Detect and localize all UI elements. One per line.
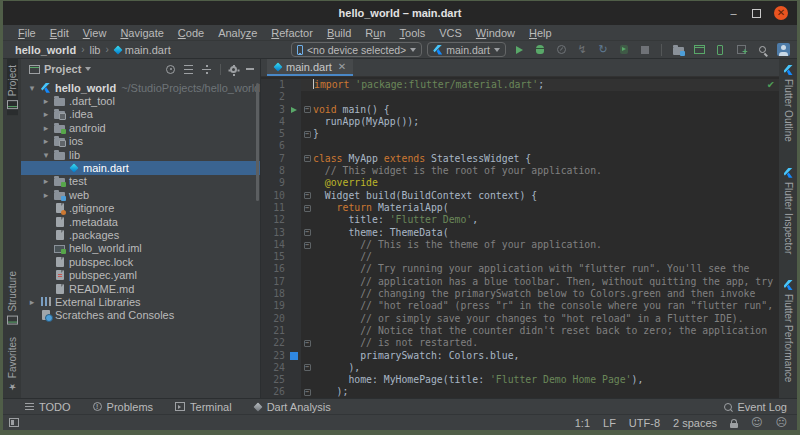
line-number[interactable]: 21 (261, 325, 287, 337)
tree-item-pubspec.yaml[interactable]: pubspec.yaml (21, 268, 260, 281)
feedback-smile-icon[interactable]: ☺ (751, 417, 762, 428)
chevron-down-icon[interactable]: ▾ (26, 83, 38, 93)
tree-item-External Libraries[interactable]: ▸External Libraries (21, 295, 260, 308)
inspection-ok-icon[interactable]: ✔ (767, 79, 774, 91)
fold-marker-icon[interactable]: − (304, 131, 311, 138)
flutter-attach-button[interactable] (616, 42, 632, 57)
code-line-16[interactable]: 16 // Try running your application with … (261, 263, 779, 275)
hot-reload-button[interactable]: ↯ (574, 42, 590, 57)
minimize-button[interactable]: – (728, 8, 739, 18)
feedback-frown-icon[interactable]: ☹ (776, 417, 787, 428)
chevron-right-icon[interactable]: ▸ (40, 190, 52, 200)
toolwindow-button-todo[interactable]: TODO (25, 401, 71, 413)
line-number[interactable]: 20 (261, 313, 287, 325)
hot-restart-button[interactable]: ↻ (595, 42, 611, 57)
sidebar-item-structure[interactable]: Structure (7, 265, 18, 331)
tree-item-Scratches and Consoles[interactable]: Scratches and Consoles (21, 309, 260, 322)
code-editor[interactable]: ✔ 1import 'package:flutter/material.dart… (261, 77, 779, 398)
code-line-8[interactable]: 8 // This widget is the root of your app… (261, 165, 779, 177)
sdk-manager-button[interactable] (733, 42, 749, 57)
fold-marker-icon[interactable]: − (304, 364, 311, 371)
menu-item-edit[interactable]: Edit (43, 27, 76, 39)
expand-all-icon[interactable] (184, 65, 193, 74)
fold-marker-icon[interactable]: − (304, 192, 311, 199)
line-number[interactable]: 23 (261, 350, 287, 362)
chevron-right-icon[interactable]: ▸ (40, 176, 52, 186)
fold-marker-icon[interactable]: − (304, 205, 311, 212)
chevron-down-icon[interactable]: ▾ (40, 150, 52, 160)
line-number[interactable]: 16 (261, 263, 287, 275)
menu-item-view[interactable]: View (76, 27, 114, 39)
line-number[interactable]: 12 (261, 214, 287, 226)
code-line-2[interactable]: 2 (261, 91, 779, 103)
menu-item-navigate[interactable]: Navigate (113, 27, 170, 39)
line-number[interactable]: 6 (261, 140, 287, 152)
close-button[interactable]: ✕ (774, 6, 788, 20)
tree-item-hello_world.iml[interactable]: hello_world.iml (21, 242, 260, 255)
run-button[interactable] (511, 42, 527, 57)
toolwindow-switcher-icon[interactable] (9, 418, 19, 427)
code-line-15[interactable]: 15 // (261, 251, 779, 263)
tree-item-hello_world[interactable]: ▾hello_world~/StudioProjects/hello_world (21, 81, 260, 94)
run-main-gutter-icon[interactable] (291, 107, 297, 113)
project-structure-button[interactable] (670, 42, 686, 57)
code-line-10[interactable]: 10− Widget build(BuildContext context) { (261, 190, 779, 202)
line-number[interactable]: 13 (261, 227, 287, 239)
code-line-4[interactable]: 4 runApp(MyApp()); (261, 116, 779, 128)
tree-item-.dart_tool[interactable]: ▸.dart_tool (21, 94, 260, 107)
fold-marker-icon[interactable]: − (304, 155, 311, 162)
line-ending[interactable]: LF (603, 417, 616, 429)
menu-item-build[interactable]: Build (320, 27, 358, 39)
search-everywhere-button[interactable] (754, 42, 770, 57)
code-line-12[interactable]: 12 title: 'Flutter Demo', (261, 214, 779, 226)
line-number[interactable]: 11 (261, 202, 287, 214)
code-line-19[interactable]: 19 // "hot reload" (press "r" in the con… (261, 300, 779, 312)
chevron-right-icon[interactable]: ▸ (40, 96, 52, 106)
breadcrumb-item-lib[interactable]: lib (89, 44, 100, 56)
line-number[interactable]: 10 (261, 190, 287, 202)
menu-item-file[interactable]: File (11, 27, 43, 39)
code-line-25[interactable]: 25 home: MyHomePage(title: 'Flutter Demo… (261, 374, 779, 386)
code-line-22[interactable]: 22− // is not restarted. (261, 337, 779, 349)
line-number[interactable]: 24 (261, 362, 287, 374)
code-line-26[interactable]: 26− ); (261, 386, 779, 398)
code-line-3[interactable]: 3−void main() { (261, 104, 779, 116)
code-line-11[interactable]: 11− return MaterialApp( (261, 202, 779, 214)
run-config-dropdown[interactable]: main.dart (427, 42, 506, 57)
lock-icon[interactable] (730, 423, 738, 428)
chevron-right-icon[interactable]: ▸ (40, 109, 52, 119)
menu-item-window[interactable]: Window (469, 27, 522, 39)
breadcrumb-item-hello_world[interactable]: hello_world (15, 44, 76, 56)
tree-item-android[interactable]: ▸android (21, 121, 260, 134)
menu-item-analyze[interactable]: Analyze (211, 27, 264, 39)
line-number[interactable]: 26 (261, 386, 287, 398)
menu-item-vcs[interactable]: VCS (432, 27, 469, 39)
tree-item-.gitignore[interactable]: .gitignore (21, 202, 260, 215)
color-preview-chip[interactable] (290, 352, 298, 360)
menu-item-refactor[interactable]: Refactor (264, 27, 320, 39)
toolwindow-button-problems[interactable]: !Problems (93, 401, 153, 413)
caret-position[interactable]: 1:1 (575, 417, 590, 429)
tree-item-README.md[interactable]: README.md (21, 282, 260, 295)
code-line-23[interactable]: 23 primarySwatch: Colors.blue, (261, 350, 779, 362)
maximize-button[interactable] (752, 9, 761, 18)
code-line-13[interactable]: 13− theme: ThemeData( (261, 227, 779, 239)
line-number[interactable]: 25 (261, 374, 287, 386)
line-number[interactable]: 9 (261, 177, 287, 189)
chevron-right-icon[interactable]: ▸ (40, 123, 52, 133)
sidebar-item-flutter-performance[interactable]: Flutter Performance (783, 274, 794, 388)
line-number[interactable]: 19 (261, 300, 287, 312)
code-line-20[interactable]: 20 // or simply save your changes to "ho… (261, 313, 779, 325)
menu-item-tools[interactable]: Tools (393, 27, 433, 39)
line-number[interactable]: 18 (261, 288, 287, 300)
hide-panel-icon[interactable] (246, 68, 254, 70)
menu-item-run[interactable]: Run (358, 27, 392, 39)
line-number[interactable]: 15 (261, 251, 287, 263)
menu-item-help[interactable]: Help (522, 27, 559, 39)
tree-item-test[interactable]: ▸test (21, 175, 260, 188)
fold-marker-icon[interactable]: − (304, 340, 311, 347)
line-number[interactable]: 3 (261, 104, 287, 116)
code-line-7[interactable]: 7−class MyApp extends StatelessWidget { (261, 153, 779, 165)
tree-item-main.dart[interactable]: main.dart (21, 161, 260, 174)
chevron-right-icon[interactable]: ▸ (26, 297, 38, 307)
